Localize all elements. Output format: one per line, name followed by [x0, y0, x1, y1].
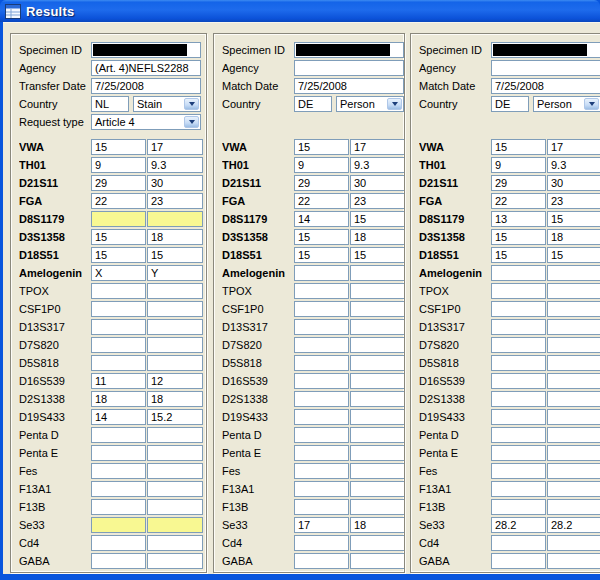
country-code-field[interactable]: DE	[294, 96, 332, 112]
allele-field[interactable]	[294, 391, 349, 407]
allele-field[interactable]	[91, 427, 146, 443]
specimen-id-field[interactable]	[91, 42, 201, 58]
allele-field[interactable]: 15	[91, 229, 146, 245]
allele-field[interactable]: 18	[350, 517, 405, 533]
allele-field[interactable]: 28.2	[547, 517, 600, 533]
allele-field[interactable]	[91, 481, 146, 497]
allele-field[interactable]	[350, 319, 405, 335]
allele-field[interactable]	[294, 445, 349, 461]
allele-field[interactable]	[350, 463, 405, 479]
request-type-dropdown[interactable]: Article 4	[91, 114, 201, 130]
allele-field[interactable]	[350, 301, 405, 317]
country-code-field[interactable]: NL	[91, 96, 129, 112]
allele-field[interactable]	[491, 445, 546, 461]
allele-field[interactable]: 29	[491, 175, 546, 191]
dropdown-arrow-button[interactable]	[184, 98, 199, 110]
allele-field[interactable]	[294, 499, 349, 515]
allele-field[interactable]	[91, 337, 146, 353]
allele-field[interactable]: 15	[147, 247, 203, 263]
dropdown-arrow-button[interactable]	[184, 116, 199, 128]
allele-field[interactable]: 17	[547, 139, 600, 155]
allele-field[interactable]: 9.3	[147, 157, 203, 173]
allele-field[interactable]	[147, 319, 203, 335]
allele-field[interactable]: 9.3	[350, 157, 405, 173]
allele-field[interactable]	[294, 283, 349, 299]
allele-field[interactable]	[350, 481, 405, 497]
allele-field[interactable]	[491, 553, 546, 569]
allele-field[interactable]	[294, 409, 349, 425]
allele-field[interactable]: 15	[491, 229, 546, 245]
allele-field[interactable]: 18	[147, 391, 203, 407]
allele-field[interactable]	[547, 553, 600, 569]
allele-field[interactable]: 15.2	[147, 409, 203, 425]
allele-field[interactable]: 13	[491, 211, 546, 227]
allele-field[interactable]	[491, 427, 546, 443]
allele-field[interactable]: 30	[350, 175, 405, 191]
allele-field[interactable]	[147, 337, 203, 353]
allele-field[interactable]	[294, 337, 349, 353]
allele-field[interactable]	[547, 301, 600, 317]
allele-field[interactable]	[91, 463, 146, 479]
allele-field[interactable]	[491, 481, 546, 497]
dropdown-arrow-button[interactable]	[584, 98, 599, 110]
allele-field[interactable]	[491, 373, 546, 389]
allele-field[interactable]: 14	[294, 211, 349, 227]
allele-field[interactable]	[91, 211, 146, 227]
allele-field[interactable]	[547, 445, 600, 461]
allele-field[interactable]: 15	[91, 247, 146, 263]
allele-field[interactable]	[147, 481, 203, 497]
allele-field[interactable]	[547, 319, 600, 335]
allele-field[interactable]: 12	[147, 373, 203, 389]
allele-field[interactable]: 14	[91, 409, 146, 425]
allele-field[interactable]	[547, 265, 600, 281]
allele-field[interactable]: 15	[547, 211, 600, 227]
allele-field[interactable]	[547, 373, 600, 389]
allele-field[interactable]	[294, 463, 349, 479]
allele-field[interactable]: 17	[294, 517, 349, 533]
allele-field[interactable]	[350, 499, 405, 515]
allele-field[interactable]: 15	[91, 139, 146, 155]
allele-field[interactable]: 28.2	[491, 517, 546, 533]
allele-field[interactable]	[547, 481, 600, 497]
allele-field[interactable]	[350, 373, 405, 389]
allele-field[interactable]: Y	[147, 265, 203, 281]
allele-field[interactable]: 30	[547, 175, 600, 191]
allele-field[interactable]	[547, 499, 600, 515]
allele-field[interactable]	[147, 553, 203, 569]
allele-field[interactable]	[147, 355, 203, 371]
specimen-type-dropdown[interactable]: Person	[336, 96, 404, 112]
allele-field[interactable]: 15	[491, 247, 546, 263]
allele-field[interactable]	[350, 337, 405, 353]
specimen-id-field[interactable]	[294, 42, 404, 58]
allele-field[interactable]	[491, 409, 546, 425]
allele-field[interactable]	[294, 535, 349, 551]
allele-field[interactable]: 29	[294, 175, 349, 191]
allele-field[interactable]: 22	[491, 193, 546, 209]
allele-field[interactable]	[294, 427, 349, 443]
dropdown-arrow-button[interactable]	[387, 98, 402, 110]
allele-field[interactable]	[294, 355, 349, 371]
allele-field[interactable]	[147, 211, 203, 227]
allele-field[interactable]	[491, 355, 546, 371]
allele-field[interactable]: 15	[294, 229, 349, 245]
allele-field[interactable]: 17	[350, 139, 405, 155]
allele-field[interactable]	[350, 445, 405, 461]
allele-field[interactable]: 23	[147, 193, 203, 209]
allele-field[interactable]: 11	[91, 373, 146, 389]
allele-field[interactable]: 22	[91, 193, 146, 209]
allele-field[interactable]	[91, 553, 146, 569]
allele-field[interactable]	[350, 355, 405, 371]
allele-field[interactable]: 22	[294, 193, 349, 209]
allele-field[interactable]	[350, 427, 405, 443]
allele-field[interactable]	[547, 409, 600, 425]
allele-field[interactable]	[91, 445, 146, 461]
allele-field[interactable]: 15	[294, 247, 349, 263]
allele-field[interactable]	[547, 355, 600, 371]
allele-field[interactable]	[294, 373, 349, 389]
allele-field[interactable]	[350, 391, 405, 407]
allele-field[interactable]	[350, 265, 405, 281]
allele-field[interactable]	[547, 463, 600, 479]
allele-field[interactable]: 9	[491, 157, 546, 173]
specimen-type-dropdown[interactable]: Stain	[133, 96, 201, 112]
allele-field[interactable]	[491, 265, 546, 281]
